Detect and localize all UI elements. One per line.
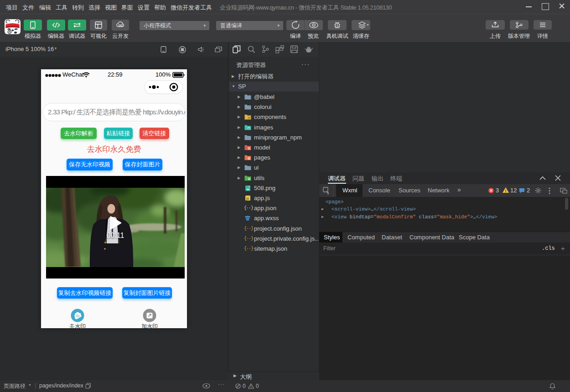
svg-text:js: js [246, 197, 249, 201]
svg-text:印: 印 [76, 314, 80, 318]
